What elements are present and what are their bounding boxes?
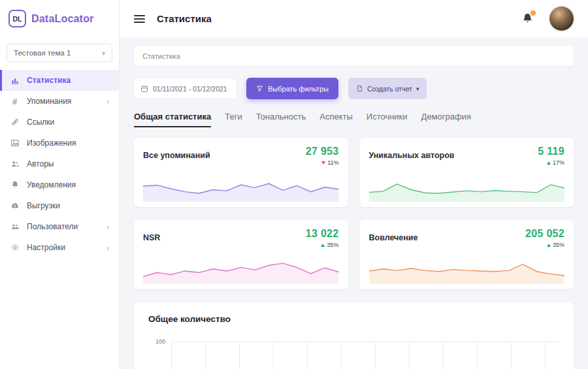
stat-value: 205 052 bbox=[525, 228, 564, 240]
sidebar-item-label: Упоминания bbox=[27, 97, 71, 106]
stat-value: 5 119 bbox=[538, 146, 564, 157]
stat-card-nsr: NSR 13 022 35% bbox=[134, 220, 348, 289]
trend-arrow-icon bbox=[321, 244, 325, 247]
sidebar-item-images[interactable]: Изображения bbox=[0, 133, 119, 153]
sidebar-item-mentions[interactable]: # Упоминания › bbox=[0, 91, 119, 112]
breadcrumb: Статистика bbox=[134, 46, 574, 66]
stat-cards-grid: Все упоминаний 27 953 11% Уникаль bbox=[134, 138, 574, 289]
stat-card-title: Уникальных авторов bbox=[369, 151, 455, 160]
caret-down-icon: ▾ bbox=[416, 86, 419, 92]
chevron-right-icon: › bbox=[106, 223, 109, 231]
chevron-right-icon: › bbox=[106, 244, 109, 252]
tab-tonality[interactable]: Тональность bbox=[256, 112, 306, 127]
tab-aspects[interactable]: Аспекты bbox=[319, 112, 353, 127]
tab-demography[interactable]: Демография bbox=[421, 112, 471, 127]
y-axis-tick: 100 bbox=[148, 338, 165, 345]
breadcrumb-label: Статистика bbox=[142, 52, 180, 60]
stat-change-value: 11% bbox=[327, 159, 338, 166]
sparkline-chart bbox=[369, 173, 565, 202]
topbar-actions bbox=[521, 7, 574, 31]
trend-arrow-icon bbox=[321, 161, 325, 165]
chart-title: Общее количество bbox=[148, 314, 559, 324]
sidebar-item-label: Выгрузки bbox=[27, 201, 60, 210]
sidebar: DL DataLocator Тестовая тема 1 ▾ Статист… bbox=[0, 0, 120, 369]
stat-change: 35% bbox=[306, 242, 339, 248]
sidebar-item-links[interactable]: Ссылки bbox=[0, 112, 119, 133]
stat-change: 35% bbox=[525, 242, 564, 248]
stat-card-title: Вовлечение bbox=[369, 233, 418, 242]
brand-name: DataLocator bbox=[31, 13, 94, 25]
hash-icon: # bbox=[10, 97, 20, 106]
link-icon bbox=[10, 118, 20, 127]
main-area: Статистика Статистика 01/11/2021 - 01/12… bbox=[120, 0, 588, 369]
tab-sources[interactable]: Источники bbox=[367, 112, 408, 127]
sidebar-item-label: Ссылки bbox=[27, 118, 54, 127]
app-window: DL DataLocator Тестовая тема 1 ▾ Статист… bbox=[0, 0, 588, 369]
calendar-icon bbox=[140, 85, 148, 93]
date-range-input[interactable]: 01/11/2021 - 01/12/2021 bbox=[134, 79, 237, 99]
avatar[interactable] bbox=[549, 7, 574, 31]
statistics-tabs: Общая статистика Теги Тональность Аспект… bbox=[134, 112, 574, 127]
content-area: Статистика 01/11/2021 - 01/12/2021 Выбра… bbox=[120, 37, 588, 369]
sidebar-menu: Статистика # Упоминания › Ссылки Изображ… bbox=[0, 70, 119, 369]
stat-card-title: NSR bbox=[143, 233, 160, 242]
sparkline-chart bbox=[143, 173, 339, 202]
sidebar-item-authors[interactable]: Авторы bbox=[0, 153, 119, 174]
trend-arrow-icon bbox=[547, 161, 551, 165]
trend-arrow-icon bbox=[547, 244, 551, 247]
menu-toggle-icon[interactable] bbox=[134, 12, 145, 25]
report-doc-icon bbox=[356, 85, 363, 92]
chart-axis-row: 100 bbox=[148, 342, 559, 369]
tab-tags[interactable]: Теги bbox=[225, 112, 242, 127]
sidebar-item-statistics[interactable]: Статистика bbox=[0, 70, 119, 91]
bell-icon bbox=[10, 180, 20, 189]
stat-change-value: 35% bbox=[327, 242, 338, 248]
page-title: Статистика bbox=[157, 13, 212, 24]
top-bar: Статистика bbox=[120, 0, 588, 37]
stat-change-value: 17% bbox=[553, 159, 564, 166]
gear-icon bbox=[10, 243, 20, 252]
chart-grid bbox=[171, 342, 559, 369]
create-report-label: Создать отчет bbox=[367, 85, 412, 93]
sparkline-chart bbox=[369, 255, 565, 284]
total-count-chart-card: Общее количество 100 bbox=[134, 302, 574, 369]
create-report-button[interactable]: Создать отчет ▾ bbox=[348, 78, 427, 99]
date-range-value: 01/11/2021 - 01/12/2021 bbox=[153, 85, 227, 93]
sidebar-item-label: Настройки bbox=[27, 243, 65, 252]
select-filters-label: Выбрать фильтры bbox=[268, 85, 329, 93]
notification-badge bbox=[529, 9, 537, 17]
bar-chart-icon bbox=[10, 76, 20, 85]
stat-card-authors: Уникальных авторов 5 119 17% bbox=[360, 138, 574, 207]
sidebar-item-exports[interactable]: Выгрузки bbox=[0, 195, 119, 216]
tab-general[interactable]: Общая статистика bbox=[134, 112, 211, 127]
stat-value: 27 953 bbox=[306, 146, 339, 157]
stat-card-mentions: Все упоминаний 27 953 11% bbox=[134, 138, 348, 207]
sidebar-item-label: Авторы bbox=[27, 159, 54, 168]
brand-logo[interactable]: DL DataLocator bbox=[0, 0, 119, 37]
sidebar-item-settings[interactable]: Настройки › bbox=[0, 237, 119, 258]
sidebar-item-label: Изображения bbox=[27, 138, 76, 148]
cloud-download-icon bbox=[10, 201, 20, 210]
chevron-down-icon: ▾ bbox=[102, 50, 105, 57]
filter-toolbar: 01/11/2021 - 01/12/2021 Выбрать фильтры … bbox=[134, 78, 574, 99]
sidebar-item-label: Статистика bbox=[27, 76, 71, 85]
select-filters-button[interactable]: Выбрать фильтры bbox=[246, 78, 338, 99]
users-icon bbox=[10, 222, 20, 231]
logo-icon: DL bbox=[8, 10, 26, 27]
stat-value: 13 022 bbox=[306, 228, 339, 240]
stat-card-engagement: Вовлечение 205 052 35% bbox=[360, 220, 574, 289]
notifications-bell-icon[interactable] bbox=[521, 12, 534, 25]
topic-selector-value: Тестовая тема 1 bbox=[14, 49, 71, 57]
chevron-right-icon: › bbox=[106, 97, 109, 106]
sidebar-item-label: Уведомления bbox=[27, 180, 76, 189]
topic-selector[interactable]: Тестовая тема 1 ▾ bbox=[7, 44, 112, 62]
stat-change-value: 35% bbox=[553, 242, 564, 248]
stat-change: 17% bbox=[538, 159, 564, 166]
image-icon bbox=[10, 138, 20, 148]
funnel-icon bbox=[256, 85, 263, 92]
people-icon bbox=[10, 159, 20, 168]
sidebar-item-users[interactable]: Пользователи › bbox=[0, 216, 119, 237]
stat-change: 11% bbox=[306, 159, 339, 166]
sidebar-item-notifications[interactable]: Уведомления bbox=[0, 174, 119, 195]
sidebar-item-label: Пользователи bbox=[27, 222, 78, 231]
